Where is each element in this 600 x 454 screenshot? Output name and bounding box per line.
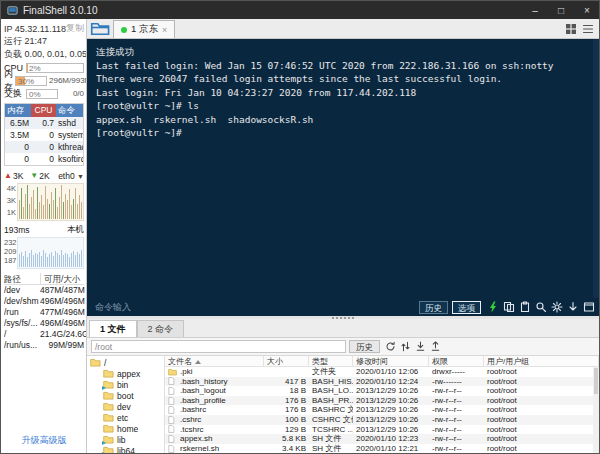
file-owner: root/root bbox=[484, 367, 599, 377]
options-button[interactable]: 选项 bbox=[452, 301, 481, 314]
disk-row[interactable]: /sys/fs/...496M/496M bbox=[4, 318, 84, 329]
process-col-1[interactable]: CPU bbox=[31, 104, 56, 117]
file-col-5[interactable]: 用户/用户组 bbox=[484, 356, 599, 366]
open-connections-folder-icon[interactable] bbox=[87, 20, 113, 38]
file-row[interactable]: rskernel.sh3.4 KBSH 文件2020/01/10 12:21-r… bbox=[165, 444, 599, 454]
session-tab-jingdong[interactable]: 1 京东 × bbox=[113, 20, 175, 38]
process-row[interactable]: 00ksoftirqd/ bbox=[5, 153, 83, 165]
process-cpu: 0 bbox=[31, 153, 56, 165]
ping-host: 本机 bbox=[67, 224, 84, 236]
file-row[interactable]: .bashrc176 BBASHRC 文...2013/12/29 10:26-… bbox=[165, 405, 599, 415]
tree-item-bin[interactable]: bin bbox=[90, 379, 164, 390]
tree-item-etc[interactable]: etc bbox=[90, 412, 164, 423]
tree-item-appex[interactable]: appex bbox=[90, 368, 164, 379]
process-row[interactable]: 00kthreadd bbox=[5, 141, 83, 153]
process-row[interactable]: 3.5M0systemd bbox=[5, 129, 83, 141]
file-icon bbox=[168, 425, 177, 433]
path-history-button[interactable]: 历史 bbox=[349, 340, 380, 353]
file-row[interactable]: .pki文件夹2020/01/10 12:06drwxr-----root/ro… bbox=[165, 367, 599, 377]
file-col-label: 用户/用户组 bbox=[487, 357, 529, 366]
tree-item-boot[interactable]: boot bbox=[90, 390, 164, 401]
tree-item-dev[interactable]: dev bbox=[90, 401, 164, 412]
cpu-meter-row: CPU 2% bbox=[4, 61, 84, 74]
disk-row[interactable]: /21.4G/24.6G bbox=[4, 329, 84, 340]
copy-ip-button[interactable]: 复制 bbox=[66, 22, 86, 35]
ping-bar bbox=[43, 250, 44, 267]
upgrade-premium-link[interactable]: 升级高级版 bbox=[4, 434, 84, 453]
finalshell-window: FinalShell 3.0.10 – □ × IP 45.32.11.118 … bbox=[0, 0, 600, 454]
disk-path: /dev bbox=[4, 285, 40, 296]
tab-close-icon[interactable]: × bbox=[162, 25, 167, 35]
terminal-output[interactable]: 连接成功Last failed login: Wed Jan 15 07:46:… bbox=[87, 39, 599, 298]
ping-bar bbox=[53, 256, 54, 267]
file-panel-tab[interactable]: 2 命令 bbox=[137, 320, 185, 337]
file-col-1[interactable]: 大小 bbox=[264, 356, 309, 366]
file-type: BASH_LO... bbox=[309, 386, 353, 396]
folder-icon bbox=[103, 435, 114, 444]
file-type: BASHRC 文... bbox=[309, 405, 353, 415]
terminal-scrollbar[interactable] bbox=[593, 39, 599, 298]
tree-root[interactable]: / bbox=[90, 357, 164, 368]
file-row[interactable]: .bash_history417 BBASH_HIS...2020/01/10 … bbox=[165, 377, 599, 387]
interface-select[interactable]: eth0 ▼ bbox=[58, 171, 84, 181]
search-icon[interactable] bbox=[535, 301, 547, 313]
process-col-0[interactable]: 内存 bbox=[5, 104, 31, 117]
file-row[interactable]: .cshrc100 BCSHRC 文件2013/12/29 10:26-rw-r… bbox=[165, 415, 599, 425]
file-perm: -rw-r--r-- bbox=[429, 386, 484, 396]
tree-item-home[interactable]: home bbox=[90, 423, 164, 434]
terminal-area[interactable]: 连接成功Last failed login: Wed Jan 15 07:46:… bbox=[87, 39, 599, 316]
updown-icon[interactable] bbox=[400, 341, 411, 352]
process-row[interactable]: 6.5M0.7sshd bbox=[5, 117, 83, 129]
refresh-icon[interactable] bbox=[385, 341, 396, 352]
grid-icon[interactable] bbox=[565, 23, 577, 35]
upload-arrow-icon: ▲ bbox=[4, 171, 12, 180]
arrow-down-icon[interactable] bbox=[567, 301, 579, 313]
file-row[interactable]: .tcshrc129 BTCSHRC ...2013/12/29 10:26-r… bbox=[165, 425, 599, 435]
disk-avail: 487M/487M bbox=[40, 285, 85, 296]
download-arrow-icon: ▼ bbox=[30, 171, 38, 180]
file-row[interactable]: .bash_logout18 BBASH_LO...2013/12/29 10:… bbox=[165, 386, 599, 396]
maximize-button[interactable]: □ bbox=[555, 5, 567, 16]
file-col-2[interactable]: 类型 bbox=[309, 356, 353, 366]
minimize-button[interactable]: – bbox=[529, 5, 541, 16]
cpu-meter: 2% bbox=[26, 63, 84, 73]
net-bar bbox=[57, 207, 58, 219]
process-col-2[interactable]: 命令 bbox=[56, 104, 83, 117]
ping-bar bbox=[35, 253, 36, 267]
file-panel-tab[interactable]: 1 文件 bbox=[89, 320, 137, 337]
file-owner: root/root bbox=[484, 377, 599, 387]
file-col-0[interactable]: 文件名 bbox=[165, 356, 264, 366]
tree-item-lib64[interactable]: lib64 bbox=[90, 445, 164, 454]
path-input[interactable]: /root bbox=[91, 340, 346, 353]
file-manager-panel: 1 文件2 命令 /root 历史 /appexbinbootdevetchom… bbox=[87, 319, 599, 454]
net-bar bbox=[49, 204, 50, 219]
file-name: .pki bbox=[180, 367, 192, 377]
process-mem: 6.5M bbox=[5, 117, 31, 129]
file-row[interactable]: appex.sh5.8 KBSH 文件2020/01/10 12:23-rw-r… bbox=[165, 434, 599, 444]
net-bar bbox=[27, 185, 28, 219]
upload-icon[interactable] bbox=[430, 341, 441, 352]
disk-row[interactable]: /run477M/496M bbox=[4, 307, 84, 318]
file-col-3[interactable]: 修改时间 bbox=[353, 356, 429, 366]
menu-icon[interactable] bbox=[582, 23, 594, 35]
gear-icon[interactable] bbox=[551, 301, 563, 313]
disk-row[interactable]: /dev487M/487M bbox=[4, 285, 84, 296]
file-size: 100 B bbox=[264, 415, 309, 425]
command-input[interactable]: 命令输入 bbox=[95, 301, 415, 314]
close-button[interactable]: × bbox=[581, 5, 593, 16]
window-icon[interactable] bbox=[583, 301, 595, 313]
history-button[interactable]: 历史 bbox=[419, 301, 448, 314]
file-table-scrollbar[interactable] bbox=[593, 367, 599, 454]
disk-row[interactable]: /dev/shm496M/496M bbox=[4, 296, 84, 307]
lightning-icon[interactable] bbox=[487, 301, 499, 313]
download-rate: 2K bbox=[39, 171, 49, 181]
disk-path: /run/us... bbox=[4, 340, 40, 351]
folder-icon bbox=[103, 424, 114, 433]
download-icon[interactable] bbox=[415, 341, 426, 352]
paste-icon[interactable] bbox=[519, 301, 531, 313]
file-col-4[interactable]: 权限 bbox=[429, 356, 484, 366]
file-row[interactable]: .bash_profile176 BBASH_PR...2013/12/29 1… bbox=[165, 396, 599, 406]
tree-item-lib[interactable]: lib bbox=[90, 434, 164, 445]
copy-icon[interactable] bbox=[503, 301, 515, 313]
disk-row[interactable]: /run/us...99M/99M bbox=[4, 340, 84, 351]
